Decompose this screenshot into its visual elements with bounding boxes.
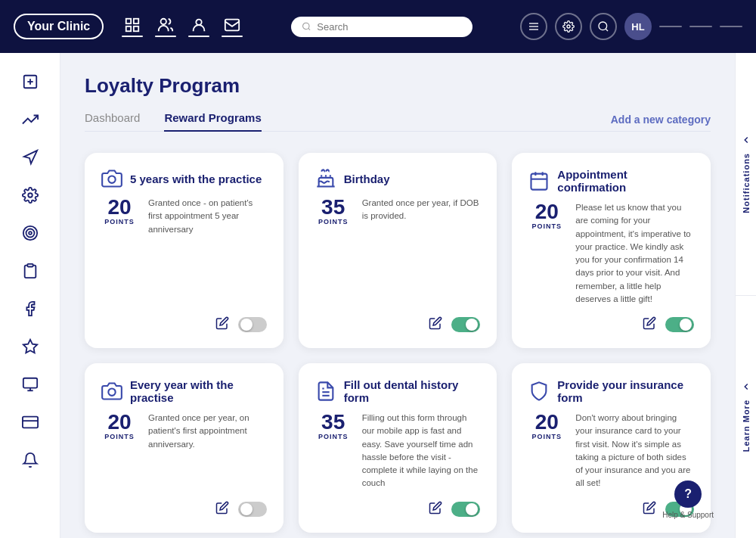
tab-dashboard[interactable]: Dashboard [85, 111, 140, 132]
edit-icon[interactable] [643, 501, 656, 518]
card-everyyear-footer [101, 501, 267, 518]
sidebar-item-display[interactable] [14, 368, 47, 401]
svg-point-34 [108, 389, 115, 396]
gear-button[interactable] [555, 13, 582, 40]
toggle-switch[interactable] [451, 317, 480, 332]
card-insurance-points: 20 POINTS [528, 412, 565, 440]
svg-rect-6 [225, 19, 239, 30]
svg-rect-3 [134, 26, 138, 30]
main-layout: Loyalty Program Dashboard Reward Program… [0, 53, 756, 538]
card-appointment-points: 20 POINTS [528, 201, 565, 230]
card-dental-title: Fill out dental history form [344, 378, 481, 404]
avatar[interactable]: HL [624, 13, 652, 40]
edit-icon[interactable] [429, 316, 442, 333]
sidebar [0, 53, 60, 538]
card-5years-title: 5 years with the practice [130, 173, 262, 185]
card-everyyear-desc: Granted once per year, on patient's firs… [148, 412, 267, 451]
sidebar-item-bell[interactable] [14, 443, 47, 477]
card-5years-header: 5 years with the practice [101, 168, 267, 189]
sidebar-item-clipboard[interactable] [14, 254, 47, 288]
sidebar-item-card[interactable] [14, 406, 47, 439]
card-appointment-title: Appointment confirmation [557, 168, 694, 194]
sidebar-item-facebook[interactable] [14, 292, 47, 325]
main-content: Loyalty Program Dashboard Reward Program… [60, 53, 735, 538]
card-dental: Fill out dental history form 35 POINTS F… [299, 363, 497, 533]
sidebar-item-settings[interactable] [14, 179, 47, 212]
add-category-button[interactable]: Add a new category [611, 114, 711, 126]
birthday-icon [315, 168, 336, 189]
toggle-switch[interactable] [451, 502, 480, 517]
card-birthday-points: 35 POINTS [315, 197, 352, 225]
card-appointment: Appointment confirmation 20 POINTS Pleas… [512, 153, 711, 348]
nav-grid-btn[interactable] [122, 17, 143, 37]
page-title: Loyalty Program [85, 74, 711, 98]
svg-rect-0 [126, 18, 131, 23]
search-input[interactable] [317, 21, 461, 33]
card-insurance-header: Provide your insurance form [528, 378, 694, 404]
nav-mail-btn[interactable] [222, 17, 243, 37]
card-5years-footer [101, 316, 267, 333]
nav-users-btn[interactable] [155, 17, 176, 37]
card-dental-header: Fill out dental history form [315, 378, 481, 404]
svg-rect-22 [27, 264, 33, 267]
card-everyyear: Every year with the practise 20 POINTS G… [85, 363, 284, 533]
svg-point-12 [567, 25, 570, 28]
card-dental-points: 35 POINTS [315, 412, 352, 440]
card-dental-body: 35 POINTS Filling out this form through … [315, 412, 481, 490]
tab-reward-programs[interactable]: Reward Programs [164, 111, 261, 132]
edit-icon[interactable] [429, 501, 442, 518]
learn-more-panel[interactable]: Learn More [735, 296, 756, 538]
svg-point-18 [28, 193, 33, 197]
card-birthday-header: Birthday [315, 168, 481, 189]
calendar-icon [528, 170, 550, 191]
sidebar-item-marketing[interactable] [14, 141, 47, 174]
card-5years: 5 years with the practice 20 POINTS Gran… [85, 153, 284, 348]
notifications-label: Notifications [742, 153, 751, 213]
card-5years-points: 20 POINTS [101, 197, 138, 225]
toggle-switch[interactable] [238, 502, 267, 517]
nav-user-btn[interactable] [188, 17, 209, 37]
svg-point-5 [197, 19, 202, 24]
search-bar [255, 17, 508, 37]
card-insurance-title: Provide your insurance form [557, 378, 694, 404]
svg-point-28 [108, 176, 115, 183]
svg-rect-2 [126, 26, 131, 30]
search-button[interactable] [590, 13, 617, 40]
card-insurance-desc: Don't worry about bringing your insuranc… [575, 412, 694, 490]
shield-icon [528, 381, 550, 402]
card-birthday-footer [315, 316, 481, 333]
toggle-switch[interactable] [665, 317, 694, 332]
svg-rect-26 [22, 417, 37, 428]
svg-rect-30 [531, 174, 547, 190]
edit-icon[interactable] [215, 501, 229, 518]
card-dental-desc: Filling out this form through our mobile… [362, 412, 481, 490]
card-everyyear-points: 20 POINTS [101, 412, 138, 440]
card-appointment-desc: Please let us know that you are coming f… [575, 201, 694, 306]
sidebar-item-target[interactable] [14, 216, 47, 250]
card-dental-footer [315, 501, 481, 518]
sidebar-item-add[interactable] [14, 65, 47, 98]
chevron-left-icon-2 [741, 381, 751, 392]
header-underlines [659, 26, 742, 27]
right-panels: Notifications Learn More [735, 53, 756, 538]
notifications-panel[interactable]: Notifications [735, 53, 756, 296]
svg-rect-23 [23, 378, 36, 388]
sidebar-item-analytics[interactable] [14, 103, 47, 136]
help-support-btn[interactable]: ? Help & Support [662, 480, 714, 520]
card-insurance-body: 20 POINTS Don't worry about bringing you… [528, 412, 694, 490]
card-5years-body: 20 POINTS Granted once - on patient's fi… [101, 197, 267, 306]
camera-icon [101, 168, 122, 189]
card-birthday-body: 35 POINTS Granted once per year, if DOB … [315, 197, 481, 306]
camera-icon-2 [101, 381, 122, 402]
header-nav-icons [122, 17, 243, 37]
list-button[interactable] [520, 13, 547, 40]
edit-icon[interactable] [643, 316, 656, 333]
card-everyyear-body: 20 POINTS Granted once per year, on pati… [101, 412, 267, 490]
card-5years-desc: Granted once - on patient's first appoin… [148, 197, 267, 236]
toggle-switch[interactable] [238, 317, 267, 332]
chevron-left-icon [741, 135, 751, 145]
edit-icon[interactable] [215, 316, 229, 333]
cards-grid: 5 years with the practice 20 POINTS Gran… [85, 153, 711, 533]
sidebar-item-rewards[interactable] [14, 330, 47, 363]
clinic-logo[interactable]: Your Clinic [14, 14, 104, 39]
